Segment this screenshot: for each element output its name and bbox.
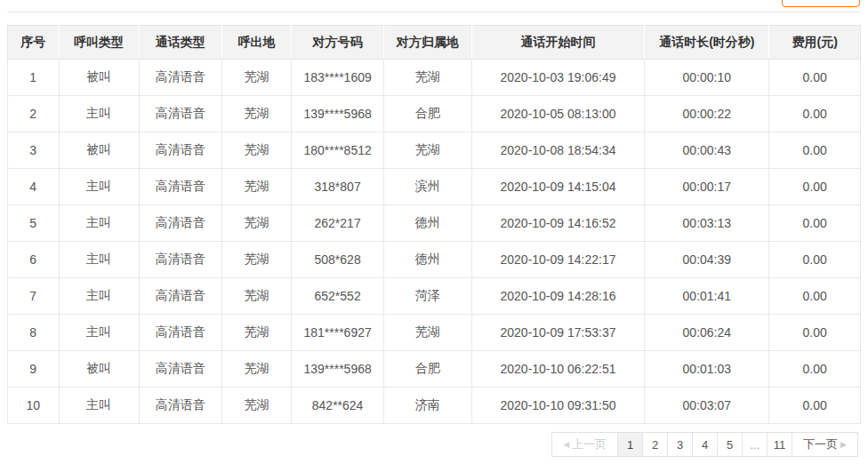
page-button-1[interactable]: 1 [617, 433, 642, 456]
page-button-2[interactable]: 2 [642, 433, 667, 456]
table-cell: 高清语音 [139, 205, 221, 242]
table-cell: 高清语音 [139, 315, 221, 351]
table-cell: 主叫 [59, 388, 139, 424]
table-cell: 00:03:07 [645, 388, 769, 424]
table-row: 2主叫高清语音芜湖139****5968合肥2020-10-05 08:13:0… [8, 96, 861, 132]
table-cell: 10 [8, 388, 60, 424]
column-header: 费用(元) [769, 26, 861, 60]
table-cell: 芜湖 [221, 315, 292, 351]
table-cell: 1 [8, 60, 60, 96]
table-cell: 00:00:22 [645, 96, 769, 132]
page-button-5[interactable]: 5 [717, 433, 742, 456]
table-cell: 菏泽 [383, 278, 471, 315]
table-cell: 高清语音 [139, 96, 221, 132]
table-row: 9被叫高清语音芜湖139****5968合肥2020-10-10 06:22:5… [8, 351, 861, 388]
table-cell: 芜湖 [383, 315, 471, 351]
table-cell: 芜湖 [221, 242, 292, 278]
table-cell: 262*217 [292, 205, 384, 242]
next-page-label: 下一页 [803, 436, 838, 452]
table-header-row: 序号呼叫类型通话类型呼出地对方号码对方归属地通话开始时间通话时长(时分秒)费用(… [8, 26, 861, 60]
table-cell: 济南 [383, 388, 471, 424]
table-cell: 0.00 [769, 315, 861, 351]
column-header: 对方归属地 [383, 26, 471, 60]
page-button-3[interactable]: 3 [667, 433, 692, 456]
table-cell: 9 [8, 351, 60, 388]
table-cell: 6 [8, 242, 60, 278]
table-cell: 主叫 [59, 169, 139, 205]
table-cell: 7 [8, 278, 60, 315]
table-cell: 德州 [383, 242, 471, 278]
table-cell: 00:00:10 [645, 60, 769, 96]
call-records-page: { "top_button": { "label": "" }, "table"… [0, 0, 868, 472]
column-header: 对方号码 [292, 26, 384, 60]
table-cell: 00:01:41 [645, 278, 769, 315]
table-cell: 合肥 [383, 96, 471, 132]
table-body: 1被叫高清语音芜湖183****1609芜湖2020-10-03 19:06:4… [8, 60, 861, 424]
table-cell: 0.00 [769, 169, 861, 205]
table-cell: 芜湖 [221, 388, 292, 424]
page-ellipsis: ... [742, 433, 767, 456]
table-cell: 高清语音 [139, 351, 221, 388]
table-cell: 652*552 [292, 278, 384, 315]
prev-arrow-icon: ◀ [563, 441, 569, 449]
table-row: 4主叫高清语音芜湖318*807滨州2020-10-09 14:15:0400:… [8, 169, 861, 205]
table-cell: 被叫 [59, 132, 139, 169]
page-button-11[interactable]: 11 [767, 433, 792, 456]
table-row: 1被叫高清语音芜湖183****1609芜湖2020-10-03 19:06:4… [8, 60, 861, 96]
table-cell: 8 [8, 315, 60, 351]
table-cell: 0.00 [769, 60, 861, 96]
table-cell: 德州 [383, 205, 471, 242]
table-cell: 2 [8, 96, 60, 132]
table-cell: 318*807 [292, 169, 384, 205]
table-cell: 0.00 [769, 132, 861, 169]
table-cell: 高清语音 [139, 278, 221, 315]
table-row: 5主叫高清语音芜湖262*217德州2020-10-09 14:16:5200:… [8, 205, 861, 242]
table-cell: 高清语音 [139, 169, 221, 205]
table-cell: 00:04:39 [645, 242, 769, 278]
table-cell: 0.00 [769, 388, 861, 424]
table-cell: 2020-10-03 19:06:49 [471, 60, 645, 96]
table-cell: 主叫 [59, 205, 139, 242]
table-cell: 00:03:13 [645, 205, 769, 242]
table-cell: 2020-10-09 14:16:52 [471, 205, 645, 242]
table-cell: 高清语音 [139, 242, 221, 278]
table-cell: 4 [8, 169, 60, 205]
top-divider [7, 12, 861, 12]
top-action-button[interactable] [782, 0, 860, 7]
table-cell: 00:06:24 [645, 315, 769, 351]
table-cell: 2020-10-10 06:22:51 [471, 351, 645, 388]
column-header: 序号 [8, 26, 60, 60]
table-cell: 被叫 [59, 351, 139, 388]
table-cell: 芜湖 [221, 132, 292, 169]
table-cell: 2020-10-08 18:54:34 [471, 132, 645, 169]
prev-page-button[interactable]: ◀ 上一页 [552, 433, 617, 456]
table-row: 10主叫高清语音芜湖842**624济南2020-10-10 09:31:500… [8, 388, 861, 424]
table-cell: 00:00:43 [645, 132, 769, 169]
table-row: 6主叫高清语音芜湖508*628德州2020-10-09 14:22:1700:… [8, 242, 861, 278]
page-button-4[interactable]: 4 [692, 433, 717, 456]
column-header: 通话时长(时分秒) [645, 26, 769, 60]
column-header: 呼出地 [221, 26, 292, 60]
table-cell: 183****1609 [292, 60, 384, 96]
table-header: 序号呼叫类型通话类型呼出地对方号码对方归属地通话开始时间通话时长(时分秒)费用(… [8, 26, 861, 60]
table-cell: 842**624 [292, 388, 384, 424]
table-cell: 2020-10-05 08:13:00 [471, 96, 645, 132]
table-cell: 芜湖 [221, 278, 292, 315]
table-cell: 高清语音 [139, 60, 221, 96]
table-cell: 2020-10-09 14:28:16 [471, 278, 645, 315]
table-cell: 芜湖 [383, 60, 471, 96]
next-page-button[interactable]: 下一页 ▶ [792, 433, 857, 456]
table-cell: 180****8512 [292, 132, 384, 169]
table-cell: 2020-10-09 14:22:17 [471, 242, 645, 278]
table-cell: 3 [8, 132, 60, 169]
next-arrow-icon: ▶ [840, 441, 847, 449]
table-cell: 芜湖 [221, 169, 292, 205]
table-cell: 2020-10-10 09:31:50 [471, 388, 645, 424]
table-cell: 0.00 [769, 278, 861, 315]
table-cell: 2020-10-09 14:15:04 [471, 169, 645, 205]
column-header: 呼叫类型 [59, 26, 139, 60]
table-cell: 芜湖 [383, 132, 471, 169]
table-cell: 芜湖 [221, 351, 292, 388]
table-cell: 滨州 [383, 169, 471, 205]
table-cell: 合肥 [383, 351, 471, 388]
